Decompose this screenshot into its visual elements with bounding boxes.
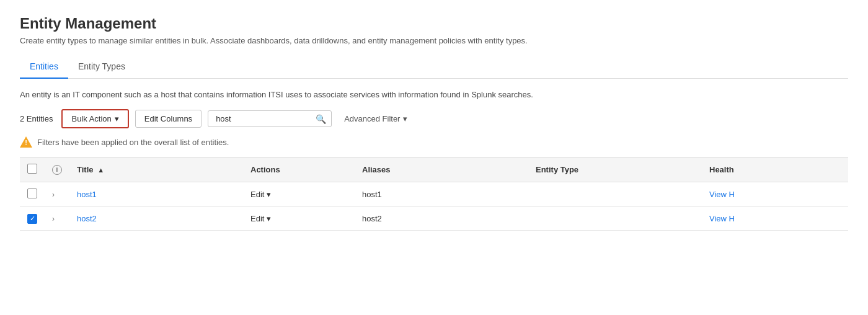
row1-actions-cell: Edit ▾: [243, 182, 355, 207]
entities-table: i Title ▲ Actions Aliases Entity Type He…: [20, 157, 848, 231]
row2-edit-chevron-icon: ▾: [267, 214, 271, 223]
row2-title-link[interactable]: host2: [77, 214, 97, 223]
table-row: › host2 Edit ▾ host2 View H: [20, 207, 848, 231]
row1-title-link[interactable]: host1: [77, 190, 97, 199]
info-icon[interactable]: i: [52, 165, 62, 175]
bulk-action-button[interactable]: Bulk Action ▾: [61, 109, 128, 128]
tab-entity-types[interactable]: Entity Types: [68, 56, 135, 79]
row2-health-link[interactable]: View H: [709, 214, 735, 223]
row2-aliases-cell: host2: [355, 207, 528, 231]
row1-checkbox-cell: [20, 182, 45, 207]
table-header-row: i Title ▲ Actions Aliases Entity Type He…: [20, 158, 848, 182]
row1-health-link[interactable]: View H: [709, 190, 735, 199]
row1-health-cell: View H: [702, 182, 848, 207]
row2-entity-type-cell: [528, 207, 702, 231]
search-input[interactable]: [213, 111, 316, 126]
row1-checkbox[interactable]: [27, 189, 37, 198]
th-health: Health: [702, 158, 848, 182]
page-title: Entity Management: [20, 15, 848, 32]
sort-asc-icon[interactable]: ▲: [97, 166, 104, 174]
warning-bar: ! Filters have been applied on the overa…: [20, 136, 848, 148]
select-all-checkbox[interactable]: [27, 164, 37, 174]
advanced-filter-chevron-icon: ▾: [403, 114, 407, 123]
warning-icon: !: [20, 136, 32, 148]
warning-message: Filters have been applied on the overall…: [37, 138, 229, 147]
search-box: 🔍: [208, 110, 332, 127]
th-title: Title ▲: [69, 158, 243, 182]
dropdown-arrow-icon: ▾: [115, 114, 119, 123]
row1-entity-type-cell: [528, 182, 702, 207]
row1-aliases-cell: host1: [355, 182, 528, 207]
th-aliases: Aliases: [355, 158, 528, 182]
tab-entities[interactable]: Entities: [20, 56, 68, 79]
row1-expand-icon[interactable]: ›: [52, 190, 55, 199]
row2-checkbox[interactable]: [27, 214, 37, 224]
toolbar: 2 Entities Bulk Action ▾ Edit Columns 🔍 …: [20, 109, 848, 128]
entities-description: An entity is an IT component such as a h…: [20, 90, 848, 99]
advanced-filter-button[interactable]: Advanced Filter ▾: [338, 110, 414, 127]
entities-count: 2 Entities: [20, 114, 53, 123]
row2-health-cell: View H: [702, 207, 848, 231]
row2-actions-cell: Edit ▾: [243, 207, 355, 231]
row1-title-cell: host1: [69, 182, 243, 207]
row1-edit-chevron-icon: ▾: [267, 190, 271, 199]
table-row: › host1 Edit ▾ host1 View H: [20, 182, 848, 207]
row1-expand-cell: ›: [45, 182, 69, 207]
row2-expand-icon[interactable]: ›: [52, 215, 55, 223]
page-subtitle: Create entity types to manage similar en…: [20, 36, 848, 45]
th-actions: Actions: [243, 158, 355, 182]
row1-edit-button[interactable]: Edit ▾: [250, 190, 271, 199]
search-icon: 🔍: [316, 114, 326, 124]
row2-title-cell: host2: [69, 207, 243, 231]
tab-bar: Entities Entity Types: [20, 56, 848, 79]
th-entity-type: Entity Type: [528, 158, 702, 182]
row2-expand-cell: ›: [45, 207, 69, 231]
th-checkbox: [20, 158, 45, 182]
edit-columns-button[interactable]: Edit Columns: [135, 110, 202, 128]
row2-checkbox-cell: [20, 207, 45, 231]
th-info: i: [45, 158, 69, 182]
row2-edit-button[interactable]: Edit ▾: [250, 214, 271, 223]
